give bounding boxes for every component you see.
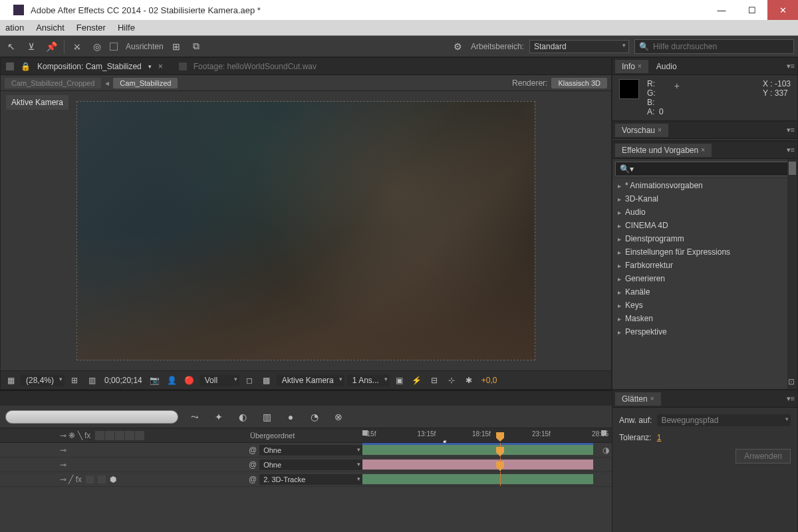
view-dropdown[interactable]: Aktive Kamera [277, 374, 344, 386]
effects-category[interactable]: 3D-Kanal [612, 192, 797, 205]
views-count-dropdown[interactable]: 1 Ans... [347, 374, 390, 386]
tab-info[interactable]: Info× [615, 60, 648, 73]
exposure-reset-icon[interactable]: ✱ [462, 374, 476, 387]
xy-readout: X : -103 Y : 337 [763, 79, 791, 116]
color-icon[interactable]: 🔴 [182, 374, 197, 387]
footage-tab[interactable]: Footage: helloWorldSoundCut.wav [194, 62, 317, 71]
panel-menu-icon[interactable]: ▾≡ [787, 62, 795, 70]
footage-active-icon[interactable] [179, 63, 187, 70]
tool-axis-icon[interactable]: ⤩ [70, 39, 84, 54]
graph-icon[interactable]: ◔ [307, 410, 322, 424]
comp-tab[interactable]: Komposition: Cam_Stabilized [37, 62, 142, 71]
menu-window[interactable]: Fenster [76, 23, 106, 33]
star-icon[interactable]: ✦ [211, 410, 226, 424]
renderer-dropdown[interactable]: Klassisch 3D [551, 78, 607, 88]
layer-row[interactable]: ⊸ ╱ fx⬢ @2. 3D-Tracke [0, 472, 612, 487]
tab-audio[interactable]: Audio [650, 60, 684, 73]
safe-zones-icon[interactable]: ⊞ [67, 374, 82, 387]
effects-category[interactable]: Masken [612, 312, 797, 325]
effects-category[interactable]: Perspektive [612, 325, 797, 338]
pickwhip-icon[interactable]: @ [249, 460, 257, 469]
tool-anchor-icon[interactable]: ◎ [90, 39, 104, 54]
workspace-dropdown[interactable]: Standard [529, 40, 629, 53]
tab-vorschau[interactable]: Vorschau× [615, 124, 668, 137]
exposure-value[interactable]: +0,0 [479, 376, 500, 385]
grid-icon[interactable]: ▦ [3, 374, 18, 387]
panel-menu-icon[interactable]: ▾≡ [787, 394, 795, 403]
aperture-icon[interactable]: ⊗ [331, 410, 346, 424]
effects-category[interactable]: CINEMA 4D [612, 219, 797, 232]
timeline-icon[interactable]: ⊟ [427, 374, 442, 387]
ausrichten-checkbox[interactable] [110, 42, 120, 51]
parent-dropdown[interactable]: 2. 3D-Tracke [259, 474, 362, 485]
panel-menu-icon[interactable]: ▾≡ [787, 146, 795, 154]
brain-icon[interactable]: ● [283, 410, 298, 424]
marker-icon[interactable]: ◑ [600, 446, 612, 455]
pickwhip-icon[interactable]: @ [249, 446, 257, 455]
pickwhip-icon[interactable]: @ [249, 475, 257, 484]
tolerance-value[interactable]: 1 [657, 433, 662, 442]
menu-help[interactable]: Hilfe [118, 23, 135, 33]
tab-glaetten[interactable]: Glätten× [615, 392, 661, 406]
effects-category[interactable]: Generieren [612, 272, 797, 285]
flowchart-icon[interactable]: ⊹ [444, 374, 459, 387]
panel-resize-icon[interactable]: ⊡ [788, 377, 795, 386]
tool-pin-icon[interactable]: 📌 [44, 39, 59, 54]
parent-dropdown[interactable]: Ohne [259, 445, 362, 456]
menu-view[interactable]: Ansicht [36, 23, 65, 33]
help-search-input[interactable] [653, 42, 789, 51]
apply-to-dropdown[interactable]: Bewegungspfad [657, 414, 791, 426]
effects-category[interactable]: Dienstprogramm [612, 232, 797, 245]
timeline-panel: ▾≡ ⤳ ✦ ◐ ▥ ● ◔ ⊗ ⊸ ❋ ╲ fx Übergeordnet :… [0, 390, 612, 532]
comp-tab-close[interactable]: × [158, 62, 163, 71]
search-field[interactable] [5, 410, 178, 424]
apply-button[interactable]: Anwenden [735, 449, 791, 464]
layer-row[interactable]: ⊸ @Ohne [0, 458, 612, 472]
effects-category[interactable]: Einstellungen für Expressions [612, 245, 797, 259]
motion-blur-icon[interactable]: ▥ [259, 410, 274, 424]
time-ruler[interactable]: :15f 13:15f 18:15f 23:15f 28:15 ↖ [362, 428, 612, 442]
close-button[interactable]: ✕ [767, 0, 798, 20]
scrollbar[interactable] [787, 159, 797, 389]
snapshot-icon[interactable]: 📷 [148, 374, 162, 387]
scroll-thumb[interactable] [789, 162, 796, 175]
ausrichten-label: Ausrichten [126, 42, 164, 51]
effects-category[interactable]: Keys [612, 299, 797, 312]
effects-list[interactable]: * Animationsvorgaben3D-KanalAudioCINEMA … [612, 179, 797, 389]
timecode-display[interactable]: 0;00;20;14 [102, 376, 145, 385]
comp-active-icon[interactable] [6, 63, 14, 70]
tool-rotobrush-icon[interactable]: ⊻ [24, 39, 39, 54]
layer-row[interactable]: ⊸ @Ohne ◑ [0, 443, 612, 458]
fast-preview-icon[interactable]: ⚡ [410, 374, 424, 387]
tab-effects[interactable]: Effekte und Vorgaben× [615, 144, 712, 157]
minimize-button[interactable]: — [706, 0, 737, 20]
roi-icon[interactable]: ◻ [242, 374, 257, 387]
tool-arrow-icon[interactable]: ↖ [4, 39, 19, 54]
viewer-area[interactable]: Aktive Kamera [1, 91, 611, 370]
px-aspect-icon[interactable]: ▣ [392, 374, 407, 387]
zoom-dropdown[interactable]: (28,4%) [21, 374, 65, 386]
crumb-cropped[interactable]: Cam_Stabilized_Cropped [5, 78, 101, 88]
timeline-layers[interactable]: ⊸ @Ohne ◑ ⊸ @Ohne ⊸ ╱ fx⬢ @2. 3D-Tracke [0, 443, 612, 532]
mask-icon[interactable]: ▥ [84, 374, 99, 387]
crumb-stabilized[interactable]: Cam_Stabilized [113, 78, 178, 88]
parent-dropdown[interactable]: Ohne [259, 460, 362, 470]
effects-category[interactable]: Kanäle [612, 285, 797, 299]
transparency-icon[interactable]: ▩ [259, 374, 274, 387]
effects-category[interactable]: Farbkorrektur [612, 259, 797, 272]
search-icon[interactable]: ⚙ [451, 39, 466, 54]
shy-icon[interactable]: ⤳ [188, 410, 202, 424]
menu-animation[interactable]: ation [5, 23, 24, 33]
tool-snap-3d-icon[interactable]: ⧉ [189, 39, 203, 54]
maximize-button[interactable]: ☐ [737, 0, 767, 20]
effects-category[interactable]: Audio [612, 205, 797, 219]
effects-category[interactable]: * Animationsvorgaben [612, 179, 797, 192]
channel-icon[interactable]: 👤 [165, 374, 180, 387]
frame-blend-icon[interactable]: ◐ [235, 410, 250, 424]
effects-search[interactable]: 🔍▾ [615, 162, 795, 176]
tool-snap-icon[interactable]: ⊞ [169, 39, 184, 54]
resolution-dropdown[interactable]: Voll [200, 374, 239, 386]
panel-menu-icon[interactable]: ▾≡ [787, 126, 795, 134]
help-search[interactable]: 🔍 [634, 39, 794, 54]
video-preview[interactable] [76, 101, 535, 360]
